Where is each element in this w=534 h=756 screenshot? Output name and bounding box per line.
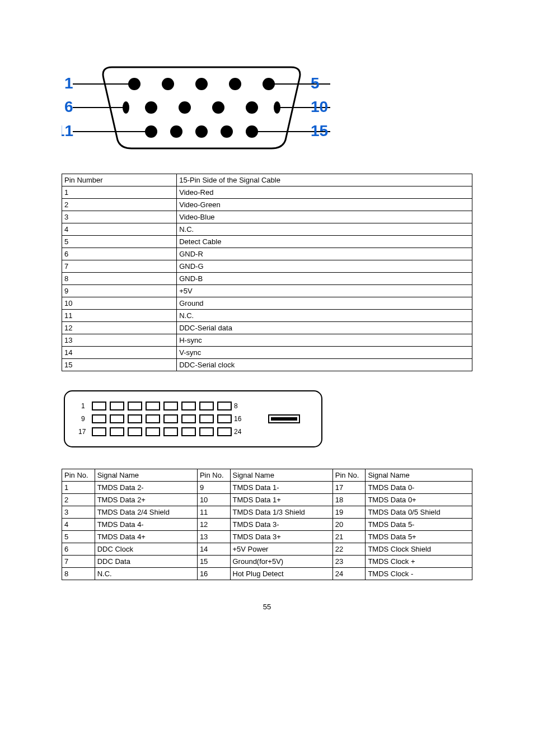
col-header-pin: Pin Number <box>62 174 177 186</box>
col-header: Signal Name <box>230 469 332 482</box>
svg-rect-48 <box>271 417 297 421</box>
table-row: 8GND-B <box>62 273 472 285</box>
svg-rect-33 <box>128 415 142 423</box>
svg-point-10 <box>274 101 280 114</box>
svg-point-7 <box>212 101 224 114</box>
table-row: 6GND-R <box>62 248 472 260</box>
dvi-label-24: 24 <box>234 428 242 436</box>
svg-rect-35 <box>164 415 177 423</box>
table-row: Pin No. Signal Name Pin No. Signal Name … <box>62 469 472 482</box>
col-header: Pin No. <box>62 469 95 482</box>
svg-rect-24 <box>110 402 124 410</box>
vga-label-10: 10 <box>311 98 328 115</box>
svg-rect-34 <box>146 415 160 423</box>
svg-point-5 <box>145 101 157 114</box>
svg-rect-25 <box>128 402 142 410</box>
table-row: 4N.C. <box>62 223 472 236</box>
vga-connector-svg: 1 6 11 5 10 15 <box>62 56 341 157</box>
svg-rect-46 <box>218 428 231 436</box>
svg-rect-40 <box>110 428 124 436</box>
table-row: 11N.C. <box>62 310 472 322</box>
svg-rect-29 <box>200 402 213 410</box>
table-row: 10Ground <box>62 297 472 310</box>
dvi-label-9: 9 <box>81 415 85 423</box>
svg-rect-38 <box>218 415 231 423</box>
table-row: 12DDC-Serial data <box>62 322 472 334</box>
vga-connector-diagram: 1 6 11 5 10 15 <box>62 56 472 157</box>
svg-rect-39 <box>92 428 106 436</box>
table-row: 7GND-G <box>62 260 472 273</box>
svg-rect-45 <box>200 428 213 436</box>
table-row: 8N.C.16Hot Plug Detect24TMDS Clock - <box>62 568 472 580</box>
svg-point-13 <box>195 125 208 138</box>
dvi-label-1: 1 <box>81 402 85 410</box>
dvi-connector-svg: 1 9 17 8 16 24 <box>62 388 325 450</box>
table-row: Pin Number 15-Pin Side of the Signal Cab… <box>62 174 472 186</box>
svg-rect-41 <box>128 428 142 436</box>
svg-rect-44 <box>182 428 195 436</box>
vga-label-11: 11 <box>62 122 73 139</box>
vga-pin-table: Pin Number 15-Pin Side of the Signal Cab… <box>62 174 472 371</box>
svg-point-1 <box>162 78 174 90</box>
table-row: 13H-sync <box>62 334 472 347</box>
dvi-label-17: 17 <box>78 428 86 436</box>
table-row: 3Video-Blue <box>62 211 472 223</box>
svg-rect-37 <box>200 415 213 423</box>
svg-rect-23 <box>92 402 106 410</box>
svg-rect-26 <box>146 402 160 410</box>
table-row: 2Video-Green <box>62 199 472 211</box>
dvi-label-16: 16 <box>234 415 242 423</box>
col-header-desc: 15-Pin Side of the Signal Cable <box>177 174 472 186</box>
svg-rect-27 <box>164 402 177 410</box>
svg-point-14 <box>221 125 233 138</box>
svg-rect-31 <box>92 415 106 423</box>
table-row: 15DDC-Serial clock <box>62 359 472 371</box>
col-header: Pin No. <box>197 469 230 482</box>
svg-rect-28 <box>182 402 195 410</box>
svg-point-12 <box>170 125 182 138</box>
table-row: 5Detect Cable <box>62 236 472 248</box>
table-row: 14V-sync <box>62 347 472 359</box>
svg-rect-42 <box>146 428 160 436</box>
svg-rect-32 <box>110 415 124 423</box>
col-header: Pin No. <box>332 469 366 482</box>
table-row: 7DDC Data15Ground(for+5V)23TMDS Clock + <box>62 556 472 568</box>
table-row: 3TMDS Data 2/4 Shield11TMDS Data 1/3 Shi… <box>62 506 472 519</box>
svg-point-3 <box>229 78 241 90</box>
table-row: 4TMDS Data 4-12TMDS Data 3-20TMDS Data 5… <box>62 519 472 531</box>
col-header: Signal Name <box>366 469 472 482</box>
table-row: 5TMDS Data 4+13TMDS Data 3+21TMDS Data 5… <box>62 531 472 543</box>
svg-rect-43 <box>164 428 177 436</box>
vga-label-5: 5 <box>311 74 320 92</box>
svg-rect-30 <box>218 402 231 410</box>
svg-point-6 <box>179 101 191 114</box>
vga-label-15: 15 <box>311 122 328 139</box>
col-header: Signal Name <box>95 469 197 482</box>
dvi-pin-table: Pin No. Signal Name Pin No. Signal Name … <box>62 469 472 580</box>
table-row: 6DDC Clock14+5V Power22TMDS Clock Shield <box>62 543 472 556</box>
page-number: 55 <box>0 603 534 611</box>
table-row: 1TMDS Data 2-9TMDS Data 1-17TMDS Data 0- <box>62 482 472 494</box>
svg-point-2 <box>195 78 208 90</box>
dvi-connector-diagram: 1 9 17 8 16 24 <box>62 388 472 452</box>
dvi-label-8: 8 <box>234 402 238 410</box>
svg-rect-36 <box>182 415 195 423</box>
table-row: 1Video-Red <box>62 186 472 199</box>
table-row: 2TMDS Data 2+10TMDS Data 1+18TMDS Data 0… <box>62 494 472 506</box>
table-row: 9+5V <box>62 285 472 297</box>
vga-label-6: 6 <box>64 98 73 115</box>
svg-point-8 <box>246 101 258 114</box>
svg-point-9 <box>123 101 129 114</box>
vga-label-1: 1 <box>64 74 73 92</box>
